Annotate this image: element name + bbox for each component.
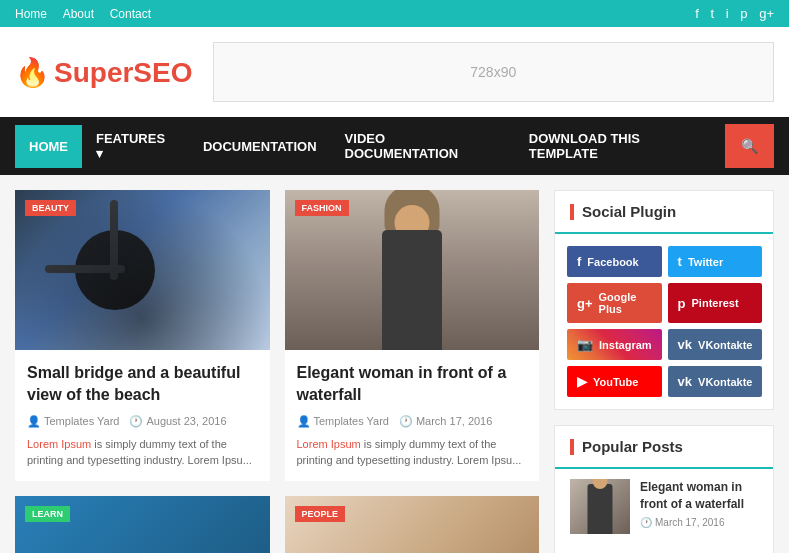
- logo-suffix: SEO: [133, 57, 192, 88]
- post-date-2: 🕐 March 17, 2016: [399, 415, 492, 428]
- top-nav-home[interactable]: Home: [15, 7, 47, 21]
- facebook-icon: f: [577, 254, 581, 269]
- main-content: BEAUTY Small bridge and a beautiful view…: [15, 190, 539, 553]
- popular-post-title-1[interactable]: Elegant woman in front of a waterfall: [640, 479, 758, 513]
- post-card-2: FASHION Elegant woman in front of a wate…: [285, 190, 540, 481]
- post-badge-people: PEOPLE: [295, 506, 346, 522]
- sidebar: Social Plugin f Facebook t Twitter g+ Go…: [554, 190, 774, 553]
- post-excerpt-2: Lorem Ipsum is simply dummy text of the …: [297, 436, 528, 469]
- site-header: 🔥SuperSEO 728x90: [0, 27, 789, 117]
- post-meta-2: 👤 Templates Yard 🕐 March 17, 2016: [297, 415, 528, 428]
- nav-home[interactable]: HOME: [15, 125, 82, 168]
- post-card-3: LEARN: [15, 496, 270, 553]
- learn-image: [15, 496, 270, 553]
- top-social-links: f t i p g+: [687, 6, 774, 21]
- post-badge-beauty: BEAUTY: [25, 200, 76, 216]
- googleplus-icon: g+: [577, 296, 593, 311]
- post-excerpt-1: Lorem Ipsum is simply dummy text of the …: [27, 436, 258, 469]
- instagram-button[interactable]: 📷 Instagram: [567, 329, 662, 360]
- top-pinterest-icon[interactable]: p: [740, 6, 747, 21]
- logo-icon: 🔥: [15, 57, 50, 88]
- main-nav: HOME FEATURES ▾ DOCUMENTATION VIDEO DOCU…: [0, 117, 789, 175]
- social-plugin-widget: Social Plugin f Facebook t Twitter g+ Go…: [554, 190, 774, 410]
- post-badge-fashion: FASHION: [295, 200, 349, 216]
- nav-features[interactable]: FEATURES ▾: [82, 117, 189, 175]
- instagram-icon: 📷: [577, 337, 593, 352]
- vk-icon-2: vk: [678, 374, 692, 389]
- popular-post-info-1: Elegant woman in front of a waterfall 🕐 …: [640, 479, 758, 528]
- top-nav-contact[interactable]: Contact: [110, 7, 151, 21]
- post-content-2: Elegant woman in front of a waterfall 👤 …: [285, 350, 540, 481]
- ad-banner: 728x90: [213, 42, 775, 102]
- top-nav-about[interactable]: About: [63, 7, 94, 21]
- pinterest-button[interactable]: p Pinterest: [668, 283, 763, 323]
- twitter-icon: t: [678, 254, 682, 269]
- logo-prefix: Super: [54, 57, 133, 88]
- post-title-1[interactable]: Small bridge and a beautiful view of the…: [27, 362, 258, 407]
- woman-body: [382, 230, 442, 350]
- popular-posts-list: Elegant woman in front of a waterfall 🕐 …: [555, 469, 773, 553]
- content-area: BEAUTY Small bridge and a beautiful view…: [0, 175, 789, 553]
- nav-video-documentation[interactable]: VIDEO DOCUMENTATION: [331, 117, 515, 175]
- site-logo[interactable]: 🔥SuperSEO: [15, 56, 193, 89]
- popular-post-thumb-1: [570, 479, 630, 534]
- post-badge-learn: LEARN: [25, 506, 70, 522]
- propeller-shape: [75, 230, 155, 310]
- top-nav: Home About Contact: [15, 6, 163, 21]
- youtube-icon: ▶: [577, 374, 587, 389]
- popular-post-date-1: 🕐 March 17, 2016: [640, 517, 758, 528]
- top-twitter-icon[interactable]: t: [711, 6, 715, 21]
- social-buttons-grid: f Facebook t Twitter g+ Google Plus p Pi…: [555, 234, 773, 409]
- popular-posts-title: Popular Posts: [555, 426, 773, 469]
- top-googleplus-icon[interactable]: g+: [759, 6, 774, 21]
- vk-icon-1: vk: [678, 337, 692, 352]
- facebook-button[interactable]: f Facebook: [567, 246, 662, 277]
- social-plugin-title: Social Plugin: [555, 191, 773, 234]
- popular-post-item-1: Elegant woman in front of a waterfall 🕐 …: [570, 479, 758, 534]
- post-image-1: BEAUTY: [15, 190, 270, 350]
- top-instagram-icon[interactable]: i: [726, 6, 729, 21]
- post-image-4: PEOPLE: [285, 496, 540, 553]
- people-image: [285, 496, 540, 553]
- top-bar: Home About Contact f t i p g+: [0, 0, 789, 27]
- youtube-button[interactable]: ▶ YouTube: [567, 366, 662, 397]
- post-author-1: 👤 Templates Yard: [27, 415, 119, 428]
- pinterest-icon: p: [678, 296, 686, 311]
- post-card-1: BEAUTY Small bridge and a beautiful view…: [15, 190, 270, 481]
- nav-download-template[interactable]: DOWNLOAD THIS TEMPLATE: [515, 117, 725, 175]
- popular-posts-widget: Popular Posts Elegant woman in front of …: [554, 425, 774, 553]
- nav-documentation[interactable]: DOCUMENTATION: [189, 125, 331, 168]
- posts-grid: BEAUTY Small bridge and a beautiful view…: [15, 190, 539, 553]
- post-image-3: LEARN: [15, 496, 270, 553]
- post-meta-1: 👤 Templates Yard 🕐 August 23, 2016: [27, 415, 258, 428]
- search-button[interactable]: 🔍: [725, 124, 774, 168]
- post-content-1: Small bridge and a beautiful view of the…: [15, 350, 270, 481]
- top-facebook-icon[interactable]: f: [695, 6, 699, 21]
- post-card-4: PEOPLE: [285, 496, 540, 553]
- googleplus-button[interactable]: g+ Google Plus: [567, 283, 662, 323]
- post-title-2[interactable]: Elegant woman in front of a waterfall: [297, 362, 528, 407]
- post-date-1: 🕐 August 23, 2016: [129, 415, 226, 428]
- vkontakte-button-2[interactable]: vk VKontakte: [668, 366, 763, 397]
- post-author-2: 👤 Templates Yard: [297, 415, 389, 428]
- twitter-button[interactable]: t Twitter: [668, 246, 763, 277]
- vkontakte-button-1[interactable]: vk VKontakte: [668, 329, 763, 360]
- post-image-2: FASHION: [285, 190, 540, 350]
